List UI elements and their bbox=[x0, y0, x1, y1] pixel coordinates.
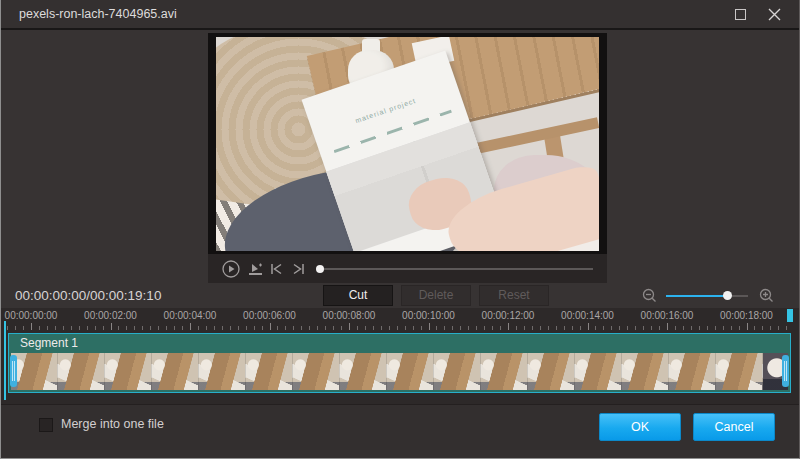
ruler-tick bbox=[667, 323, 668, 330]
maximize-icon bbox=[735, 9, 746, 20]
ruler-tick bbox=[429, 323, 430, 330]
ruler-tick bbox=[635, 326, 636, 330]
ruler-tick bbox=[516, 326, 517, 330]
playback-controls-bar bbox=[208, 254, 607, 283]
segment-thumbnail bbox=[669, 353, 716, 390]
ruler-tick bbox=[166, 326, 167, 330]
reset-button[interactable]: Reset bbox=[479, 285, 549, 306]
cut-button[interactable]: Cut bbox=[323, 285, 393, 306]
ruler-tick bbox=[754, 326, 755, 330]
ruler-tick-label: 00:00:10:00 bbox=[402, 310, 455, 321]
close-icon bbox=[768, 8, 781, 21]
ruler-tick bbox=[365, 326, 366, 330]
ruler-tick bbox=[238, 326, 239, 330]
segment-thumbnail bbox=[434, 353, 481, 390]
merge-checkbox[interactable] bbox=[39, 418, 53, 432]
zoom-in-icon bbox=[759, 288, 774, 303]
ruler-tick bbox=[627, 326, 628, 330]
segment-thumbnail bbox=[622, 353, 669, 390]
ruler-tick bbox=[421, 326, 422, 330]
ruler-tick bbox=[71, 326, 72, 330]
ruler-tick bbox=[460, 326, 461, 330]
play-button[interactable] bbox=[220, 254, 242, 283]
ruler-tick bbox=[31, 323, 32, 330]
ruler-tick bbox=[174, 326, 175, 330]
ruler-tick bbox=[468, 326, 469, 330]
ruler-tick bbox=[770, 326, 771, 330]
segment-thumbnail bbox=[152, 353, 199, 390]
ruler-tick bbox=[222, 326, 223, 330]
ruler-tick bbox=[508, 323, 509, 330]
playhead-line[interactable] bbox=[4, 321, 6, 400]
ruler-tick bbox=[341, 326, 342, 330]
timeline-end-marker[interactable] bbox=[787, 309, 793, 322]
timeline-zoom-slider[interactable] bbox=[666, 295, 748, 297]
ruler-tick bbox=[55, 326, 56, 330]
timeline-zoom-fill bbox=[666, 295, 727, 297]
timeline-zoom-thumb[interactable] bbox=[723, 291, 732, 300]
ruler-tick bbox=[619, 326, 620, 330]
ruler-tick bbox=[285, 326, 286, 330]
ruler-tick bbox=[381, 326, 382, 330]
ruler-tick bbox=[325, 326, 326, 330]
ruler-tick bbox=[111, 323, 112, 330]
zoom-out-button[interactable] bbox=[639, 283, 659, 308]
ruler-tick-label: 00:00:18:00 bbox=[720, 310, 773, 321]
ruler-tick bbox=[317, 326, 318, 330]
previous-frame-button[interactable] bbox=[266, 254, 286, 283]
delete-button[interactable]: Delete bbox=[401, 285, 471, 306]
footer-bar: Merge into one file OK Cancel bbox=[1, 404, 799, 459]
ruler-tick bbox=[103, 326, 104, 330]
merge-checkbox-label[interactable]: Merge into one file bbox=[61, 417, 164, 431]
ruler-tick bbox=[277, 326, 278, 330]
segment-thumbnail bbox=[58, 353, 105, 390]
ruler-tick bbox=[778, 326, 779, 330]
ruler-tick bbox=[15, 326, 16, 330]
ok-button[interactable]: OK bbox=[599, 413, 681, 441]
segment-left-trim-handle[interactable] bbox=[10, 355, 17, 387]
ruler-tick bbox=[357, 326, 358, 330]
playback-progress-slider[interactable] bbox=[316, 268, 593, 270]
ruler-tick bbox=[651, 326, 652, 330]
ruler-tick bbox=[87, 326, 88, 330]
ruler-tick bbox=[23, 326, 24, 330]
ruler-tick-label: 00:00:16:00 bbox=[641, 310, 694, 321]
segment-thumbnail bbox=[105, 353, 152, 390]
ruler-tick bbox=[349, 323, 350, 330]
ruler-tick bbox=[564, 326, 565, 330]
ruler-tick bbox=[413, 326, 414, 330]
video-cut-dialog: pexels-ron-lach-7404965.avi bbox=[0, 0, 800, 459]
ruler-tick bbox=[731, 326, 732, 330]
ruler-tick bbox=[762, 326, 763, 330]
ruler-tick bbox=[707, 326, 708, 330]
ruler-tick bbox=[588, 323, 589, 330]
ruler-tick-label: 00:00:00:00 bbox=[5, 310, 58, 321]
ruler-tick bbox=[7, 326, 8, 330]
ruler-tick-label: 00:00:06:00 bbox=[243, 310, 296, 321]
snapshot-button[interactable] bbox=[244, 254, 266, 283]
ruler-tick bbox=[436, 326, 437, 330]
ruler-tick bbox=[572, 326, 573, 330]
cancel-button[interactable]: Cancel bbox=[693, 413, 775, 441]
playback-progress-thumb[interactable] bbox=[316, 265, 324, 273]
video-preview-panel: material project bbox=[208, 33, 607, 254]
maximize-button[interactable] bbox=[725, 0, 755, 29]
segment-thumbnail bbox=[575, 353, 622, 390]
segment-clip[interactable]: Segment 1 bbox=[8, 333, 791, 393]
next-frame-button[interactable] bbox=[288, 254, 308, 283]
segment-right-trim-handle[interactable] bbox=[782, 355, 789, 387]
zoom-in-button[interactable] bbox=[756, 283, 776, 308]
ruler-tick bbox=[540, 326, 541, 330]
ruler-tick bbox=[270, 323, 271, 330]
ruler-tick bbox=[142, 326, 143, 330]
ruler-tick bbox=[643, 326, 644, 330]
play-icon bbox=[222, 260, 240, 278]
video-frame[interactable]: material project bbox=[216, 37, 599, 251]
segment-thumbnails bbox=[11, 353, 788, 390]
ruler-tick bbox=[556, 326, 557, 330]
close-button[interactable] bbox=[759, 0, 789, 29]
ruler-tick bbox=[691, 326, 692, 330]
segment-thumbnail bbox=[528, 353, 575, 390]
snapshot-icon bbox=[248, 262, 263, 276]
ruler-tick bbox=[548, 326, 549, 330]
